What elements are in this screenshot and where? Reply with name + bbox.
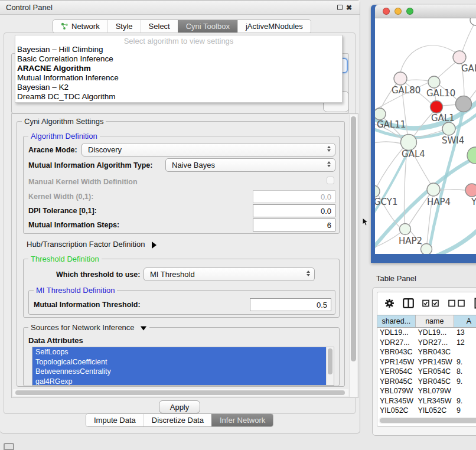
network-edge[interactable]	[400, 45, 458, 75]
tab-network[interactable]: Network	[53, 20, 107, 32]
tab-impute-data-label: Impute Data	[94, 416, 136, 425]
collapse-arrow-icon	[152, 242, 157, 249]
tab-network-label: Network	[71, 22, 100, 31]
network-node[interactable]	[470, 18, 476, 25]
table-row[interactable]: YPR145WYPR145W9.	[377, 357, 476, 367]
table-panel-inner: shared...nameA YDL19...YDL19...13YDR27..…	[377, 292, 476, 427]
network-node[interactable]	[375, 185, 380, 197]
network-edge[interactable]	[442, 105, 457, 106]
which-threshold-combobox[interactable]: MI Threshold	[144, 268, 315, 281]
table-row[interactable]: YLR345WYLR345W9.	[377, 396, 476, 406]
algorithm-option[interactable]: Dream8 DC_TDC Algorithm	[15, 92, 342, 102]
network-edge[interactable]	[462, 22, 475, 53]
expand-arrow-icon	[141, 326, 146, 330]
mi-steps-value: 6	[327, 221, 331, 230]
close-traffic-light-icon[interactable]	[383, 8, 390, 15]
network-node[interactable]	[465, 184, 476, 197]
table-cell: YLR345W	[416, 396, 454, 406]
tab-discretize-data[interactable]: Discretize Data	[144, 414, 211, 426]
table-cell: YIL052C	[377, 406, 416, 416]
network-canvas[interactable]: GALGAL80GAL10GAL1GAL11SWI4GAL4GCY1HAP4YH…	[375, 18, 476, 254]
network-node[interactable]	[427, 183, 440, 196]
attribute-list-scrollbar[interactable]	[326, 347, 334, 385]
unchecked-pair-icon[interactable]	[448, 299, 466, 307]
aracne-mode-combobox[interactable]: Discovery	[81, 143, 335, 156]
dpi-tolerance-field[interactable]: 0.0	[253, 204, 335, 217]
bottom-tabbar: Impute Data Discretize Data Infer Networ…	[86, 413, 273, 427]
network-edge[interactable]	[434, 228, 476, 254]
tab-style[interactable]: Style	[107, 20, 141, 32]
close-icon[interactable]: ✖	[344, 4, 354, 12]
which-threshold-value: MI Threshold	[150, 270, 195, 279]
tab-impute-data[interactable]: Impute Data	[86, 414, 144, 426]
table-cell: YBL079W	[416, 386, 454, 396]
kernel-width-field[interactable]: 0.0	[253, 190, 335, 203]
column-header[interactable]: name	[416, 315, 454, 327]
hub-definition-toggle[interactable]: Hub/Transcription Factor Definition	[27, 240, 157, 249]
zoom-traffic-light-icon[interactable]	[406, 8, 413, 15]
mi-threshold-field[interactable]: 0.5	[250, 298, 331, 311]
table-rows: YDL19...YDL19...13YDR27...YDR27...12YBR0…	[377, 328, 476, 416]
network-edge[interactable]	[407, 80, 428, 81]
algorithm-option[interactable]: Bayesian – Hill Climbing	[15, 45, 342, 54]
network-edge[interactable]	[440, 190, 465, 190]
table-row[interactable]: YBL079WYBL079W	[377, 386, 476, 396]
tab-select[interactable]: Select	[141, 20, 178, 32]
apply-button[interactable]: Apply	[159, 400, 200, 413]
data-attributes-list[interactable]: SelfLoopsTopologicalCoefficientBetweenne…	[32, 347, 334, 386]
table-cell: YBR043C	[416, 347, 454, 357]
table-horizontal-scrollbar[interactable]	[379, 417, 476, 424]
algorithm-option[interactable]: Bayesian – K2	[15, 83, 342, 92]
table-row[interactable]: YER054CYER054C8.	[377, 367, 476, 377]
column-header[interactable]: A	[454, 315, 476, 327]
minimize-traffic-light-icon[interactable]	[395, 8, 402, 15]
float-icon[interactable]	[335, 4, 344, 12]
tab-cyni-toolbox[interactable]: Cyni Toolbox	[178, 20, 237, 32]
algorithm-option[interactable]: Mutual Information Inference	[15, 73, 342, 83]
tab-infer-network[interactable]: Infer Network	[211, 414, 273, 426]
gear-icon[interactable]	[384, 298, 395, 308]
network-node[interactable]	[428, 76, 440, 88]
attribute-item[interactable]: gal4RGexp	[32, 377, 334, 386]
manual-kernel-width-checkbox[interactable]	[327, 177, 334, 184]
table-cell: YBL079W	[377, 386, 416, 396]
network-node[interactable]	[456, 96, 472, 112]
network-edge[interactable]	[375, 142, 402, 144]
columns-icon[interactable]	[403, 298, 414, 308]
table-row[interactable]: YIL052CYIL052C9	[377, 406, 476, 416]
data-attributes-label: Data Attributes	[28, 336, 83, 345]
algorithm-option[interactable]: ARACNE Algorithm	[15, 64, 342, 73]
mi-steps-field[interactable]: 6	[253, 219, 335, 231]
table-row[interactable]: YDL19...YDL19...13	[377, 328, 476, 338]
mi-algorithm-type-combobox[interactable]: Naive Bayes	[165, 158, 335, 172]
network-node[interactable]	[453, 51, 466, 64]
network-edge[interactable]	[438, 62, 456, 78]
table-row[interactable]: YBR043CYBR043C	[377, 347, 476, 357]
partial-dock-icon[interactable]	[4, 443, 14, 450]
algorithm-placeholder: Select algorithm to view settings	[15, 35, 342, 45]
network-edge[interactable]	[470, 87, 476, 99]
network-node[interactable]	[421, 244, 432, 255]
table-cell: 8.	[454, 367, 476, 377]
table-cell: 13	[454, 328, 476, 338]
attribute-item[interactable]: TopologicalCoefficient	[32, 357, 334, 367]
settings-horizontal-scrollbar[interactable]	[13, 389, 348, 396]
network-node[interactable]	[401, 135, 417, 151]
network-node[interactable]	[442, 122, 455, 135]
sources-group-title[interactable]: Sources for Network Inference	[28, 323, 149, 332]
table-row[interactable]: YBR045CYBR045C9.	[377, 377, 476, 387]
attribute-item[interactable]: SelfLoops	[32, 347, 334, 357]
network-node[interactable]	[375, 108, 386, 120]
network-node[interactable]	[400, 224, 411, 235]
checked-pair-icon[interactable]	[422, 299, 440, 307]
column-header[interactable]: shared...	[377, 315, 416, 327]
node-label: GAL	[461, 63, 476, 74]
node-label: GAL11	[377, 119, 406, 130]
attribute-item[interactable]: BetweennessCentrality	[32, 367, 334, 377]
algorithm-option[interactable]: Basic Correlation Inference	[15, 54, 342, 64]
tab-jactivemnodules[interactable]: jActiveMNodules	[237, 20, 311, 32]
network-node[interactable]	[394, 72, 407, 85]
table-row[interactable]: YDR27...YDR27...12	[377, 338, 476, 348]
settings-vertical-scrollbar[interactable]	[349, 115, 357, 397]
network-node[interactable]	[431, 101, 443, 113]
